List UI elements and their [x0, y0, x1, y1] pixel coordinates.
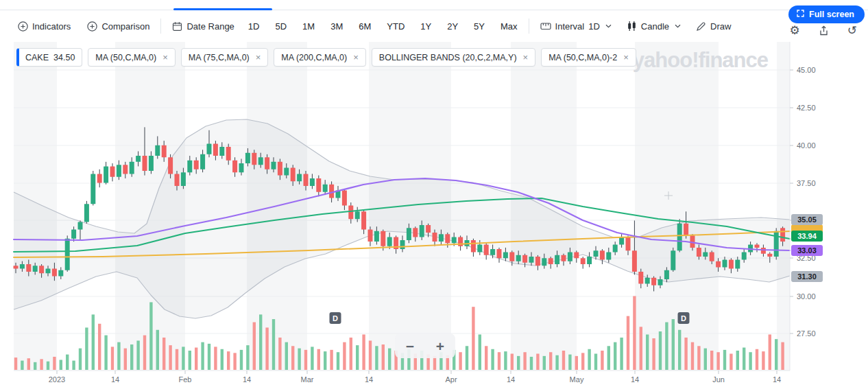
chevron-down-icon — [675, 24, 681, 28]
svg-text:14: 14 — [243, 375, 251, 384]
range-button-5d[interactable]: 5D — [275, 21, 287, 32]
chart-type-dropdown[interactable]: Candle — [627, 21, 681, 32]
tabs-strip — [0, 0, 868, 10]
svg-text:33.03: 33.03 — [797, 246, 817, 255]
range-buttons: 1D5D1M3M6MYTD1Y2Y5YMax — [248, 21, 518, 32]
indicator-tags-row: CAKE 34.50 MA (50,C,MA,0)×MA (75,C,MA,0)… — [16, 48, 636, 67]
draw-label: Draw — [710, 21, 731, 32]
svg-text:14: 14 — [111, 375, 119, 384]
range-button-ytd[interactable]: YTD — [387, 21, 405, 32]
svg-text:D: D — [681, 314, 686, 322]
comparison-button[interactable]: Comparison — [87, 21, 149, 32]
svg-text:Mar: Mar — [301, 375, 314, 384]
indicator-tag[interactable]: MA (50,C,MA,0)× — [88, 48, 176, 67]
close-icon[interactable]: × — [256, 52, 261, 62]
y-axis-labels: 45.0042.5040.0037.5035.0032.5030.0027.50 — [790, 66, 816, 338]
svg-text:33.94: 33.94 — [797, 232, 817, 240]
chart-header: Indicators Comparison Date Range 1D5D1M3… — [0, 0, 868, 42]
range-button-5y[interactable]: 5Y — [474, 21, 485, 32]
toolbar-right-icons: ⚙ ↺ — [790, 25, 858, 36]
interval-dropdown[interactable]: Interval 1D — [540, 21, 612, 32]
close-icon[interactable]: × — [162, 52, 168, 62]
svg-text:14: 14 — [773, 375, 781, 384]
svg-text:14: 14 — [365, 375, 373, 384]
svg-text:Apr: Apr — [445, 375, 457, 384]
indicator-tag[interactable]: MA (200,C,MA,0)× — [274, 48, 365, 67]
svg-text:D: D — [333, 314, 338, 322]
svg-text:Feb: Feb — [179, 375, 192, 384]
chart-toolbar: Indicators Comparison Date Range 1D5D1M3… — [0, 10, 868, 42]
calendar-icon — [172, 21, 182, 32]
indicator-tag[interactable]: BOLLINGER BANDS (20,C,2,MA,Y)× — [372, 48, 535, 67]
svg-text:37.50: 37.50 — [797, 179, 816, 187]
indicator-tag-label: MA (75,C,MA,0) — [189, 53, 250, 62]
plus-circle-icon — [18, 21, 28, 32]
date-range-button[interactable]: Date Range — [172, 21, 234, 32]
range-button-max[interactable]: Max — [501, 21, 518, 32]
range-button-1m[interactable]: 1M — [302, 21, 315, 32]
plus-circle-icon — [87, 21, 97, 32]
range-button-1d[interactable]: 1D — [248, 21, 260, 32]
indicator-tag-label: BOLLINGER BANDS (20,C,2,MA,Y) — [379, 53, 517, 62]
svg-text:Jun: Jun — [712, 375, 725, 384]
share-icon[interactable] — [819, 25, 829, 36]
range-button-1y[interactable]: 1Y — [420, 21, 431, 32]
svg-text:May: May — [570, 375, 584, 384]
fullscreen-button[interactable]: Full screen — [788, 5, 865, 23]
range-button-2y[interactable]: 2Y — [447, 21, 458, 32]
indicator-tag-label: MA (50,C,MA,0)-2 — [548, 53, 617, 62]
x-axis-labels: 202314Feb14Mar14Apr14May14Jun14 — [49, 371, 781, 384]
indicator-tag[interactable]: MA (75,C,MA,0)× — [181, 48, 269, 67]
toolbar-divider — [160, 19, 161, 34]
date-range-label: Date Range — [186, 21, 234, 32]
svg-text:30.00: 30.00 — [797, 292, 816, 301]
yahoo-finance-watermark: yahoo!finance — [633, 48, 768, 73]
zoom-out-button[interactable]: − — [396, 339, 424, 353]
reset-chart-icon[interactable]: ↺ — [847, 25, 857, 36]
svg-text:14: 14 — [507, 375, 515, 384]
symbol-tag[interactable]: CAKE 34.50 — [16, 48, 82, 67]
indicator-tag-label: MA (200,C,MA,0) — [281, 53, 347, 62]
indicators-button[interactable]: Indicators — [18, 21, 71, 32]
symbol-price: 34.50 — [53, 53, 75, 62]
fullscreen-icon — [797, 10, 804, 19]
svg-text:45.00: 45.00 — [797, 66, 816, 74]
indicator-tag[interactable]: MA (50,C,MA,0)-2× — [541, 48, 636, 67]
indicator-tag-label: MA (50,C,MA,0) — [95, 53, 156, 62]
svg-text:35.05: 35.05 — [797, 215, 817, 224]
settings-gear-icon[interactable]: ⚙ — [790, 25, 800, 36]
interval-label: Interval — [555, 21, 585, 32]
chart-type-label: Candle — [641, 21, 669, 32]
svg-text:2023: 2023 — [49, 375, 65, 384]
chart-area: DD45.0042.5040.0037.5035.0032.5030.0027.… — [0, 42, 868, 386]
close-icon[interactable]: × — [353, 52, 359, 62]
draw-button[interactable]: Draw — [696, 21, 731, 32]
symbol-label: CAKE — [25, 53, 49, 62]
pencil-icon — [696, 21, 706, 32]
close-icon[interactable]: × — [623, 52, 629, 62]
indicators-label: Indicators — [32, 21, 71, 32]
range-button-3m[interactable]: 3M — [330, 21, 343, 32]
toolbar-divider — [529, 19, 529, 34]
chevron-down-icon — [605, 24, 612, 28]
close-icon[interactable]: × — [523, 52, 529, 62]
candle-chart-icon — [627, 21, 637, 32]
svg-text:40.00: 40.00 — [797, 141, 816, 150]
interval-value: 1D — [588, 21, 600, 32]
range-button-6m[interactable]: 6M — [359, 21, 371, 32]
fullscreen-label: Full screen — [809, 10, 854, 19]
comparison-label: Comparison — [101, 21, 149, 32]
price-badges-layer: 35.0533.9433.0331.30 — [791, 214, 823, 282]
svg-text:42.50: 42.50 — [797, 104, 816, 112]
svg-text:31.30: 31.30 — [797, 272, 817, 281]
zoom-in-button[interactable]: + — [426, 339, 454, 353]
svg-text:14: 14 — [631, 375, 639, 384]
zoom-control: − + — [395, 333, 455, 358]
svg-text:27.50: 27.50 — [797, 329, 816, 338]
interval-icon — [540, 21, 551, 31]
